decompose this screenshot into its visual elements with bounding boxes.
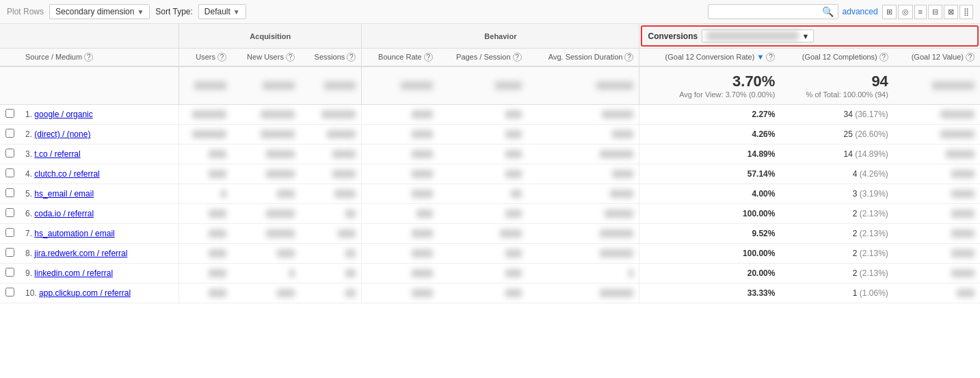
row-completions: 2 (2.13%): [780, 204, 893, 224]
row-source: 7. hs_automation / email: [20, 224, 179, 244]
row-completions: 4 (4.26%): [780, 164, 893, 184]
row-convrate: 33.33%: [639, 284, 780, 303]
view-list-icon[interactable]: ≡: [914, 5, 927, 19]
row-convrate: 2.27%: [639, 105, 780, 125]
source-link[interactable]: coda.io / referral: [34, 209, 94, 218]
row-rank: 2.: [25, 129, 32, 139]
row-rank: 5.: [25, 189, 32, 199]
row-completions: 1 (1.06%): [780, 284, 893, 303]
plot-rows-label: Plot Rows: [7, 7, 44, 16]
row-source: 9. linkedin.com / referral: [20, 264, 179, 284]
source-link[interactable]: google / organic: [34, 110, 92, 119]
row-checkbox[interactable]: [0, 224, 20, 244]
view-grid-icon[interactable]: ⊞: [882, 5, 897, 19]
help-icon[interactable]: ?: [966, 53, 975, 62]
row-completions: 2 (2.13%): [780, 244, 893, 264]
row-pages: ███: [438, 284, 527, 303]
help-icon[interactable]: ?: [424, 53, 433, 62]
row-source: 4. clutch.co / referral: [20, 164, 179, 184]
row-avgsession: ██████: [527, 105, 639, 125]
secondary-dimension-dropdown[interactable]: Secondary dimension ▼: [49, 4, 150, 19]
row-convrate: 100.00%: [639, 244, 780, 264]
help-icon[interactable]: ?: [347, 53, 356, 62]
help-icon[interactable]: ?: [513, 53, 522, 62]
checkbox-header: [0, 49, 20, 67]
conversion-rate-header: (Goal 12 Conversion Rate) ▼ ?: [639, 49, 780, 67]
new-users-header: New Users ?: [232, 49, 300, 67]
source-link[interactable]: app.clickup.com / referral: [39, 288, 131, 298]
source-link[interactable]: (direct) / (none): [34, 129, 90, 139]
row-checkbox[interactable]: [0, 144, 20, 164]
advanced-link[interactable]: advanced: [843, 7, 878, 16]
table-row: 10. app.clickup.com / referral █ ██ █ ██…: [0, 284, 980, 303]
search-icon[interactable]: 🔍: [822, 6, 834, 17]
row-convrate: 14.89%: [639, 144, 780, 164]
row-pages: ███: [438, 264, 527, 284]
row-users: █ ██: [179, 284, 232, 303]
row-goalvalue: ████ ██: [894, 125, 980, 144]
table-row: 9. linkedin.com / referral █ ██ █ ██ ███…: [0, 264, 980, 284]
row-sessions: ██: [300, 244, 362, 264]
row-checkbox[interactable]: [0, 204, 20, 224]
row-newusers: █ ████: [232, 224, 300, 244]
goal-value-header: (Goal 12 Value) ?: [894, 49, 980, 67]
help-icon[interactable]: ?: [879, 53, 888, 62]
goal-selector-label: Goal 12: ████████████: [706, 32, 799, 40]
row-bouncerate: ████: [362, 105, 438, 125]
row-sessions: ██ █: [300, 224, 362, 244]
view-pie-icon[interactable]: ◎: [898, 5, 913, 19]
row-completions: 34 (36.17%): [780, 105, 893, 125]
row-avgsession: ████ ██: [527, 284, 639, 303]
goal-selector-dropdown[interactable]: Goal 12: ████████████ ▼: [702, 29, 814, 42]
behavior-group-header: Behavior: [362, 24, 639, 49]
table-row: 6. coda.io / referral █ ██ █ ████ ██ ███…: [0, 204, 980, 224]
help-icon[interactable]: ?: [217, 53, 226, 62]
sort-type-dropdown[interactable]: Default ▼: [198, 4, 246, 19]
summary-bouncerate-blurred: ██████: [401, 81, 433, 90]
row-sessions: ██ ██: [300, 164, 362, 184]
source-link[interactable]: clutch.co / referral: [34, 169, 99, 179]
view-compare-icon[interactable]: ⊟: [928, 5, 942, 19]
source-link[interactable]: hs_email / email: [34, 189, 94, 199]
row-checkbox[interactable]: [0, 164, 20, 184]
table-row: 2. (direct) / (none) ██ ████ ████ ██ ███…: [0, 125, 980, 144]
table-row: 8. jira.redwerk.com / referral █ ██ █ ██…: [0, 244, 980, 264]
row-checkbox[interactable]: [0, 264, 20, 284]
row-completions: 2 (2.13%): [780, 224, 893, 244]
search-input[interactable]: [713, 7, 822, 16]
source-link[interactable]: linkedin.com / referral: [34, 268, 113, 278]
row-users: █: [179, 184, 232, 204]
row-completions: 2 (2.13%): [780, 264, 893, 284]
source-link[interactable]: hs_automation / email: [34, 229, 114, 238]
help-icon[interactable]: ?: [624, 53, 633, 62]
row-bouncerate: ████: [362, 244, 438, 264]
source-link[interactable]: jira.redwerk.com / referral: [34, 249, 127, 258]
row-convrate: 20.00%: [639, 264, 780, 284]
pages-session-header: Pages / Session ?: [438, 49, 527, 67]
row-rank: 1.: [25, 110, 32, 119]
row-pages: ███: [438, 204, 527, 224]
row-completions: 25 (26.60%): [780, 125, 893, 144]
row-checkbox[interactable]: [0, 105, 20, 125]
acquisition-group-header: Acquisition: [179, 24, 362, 49]
row-users: █ ██: [179, 244, 232, 264]
row-rank: 3.: [25, 149, 32, 159]
row-checkbox[interactable]: [0, 184, 20, 204]
table-row: 7. hs_automation / email █ ██ █ ████ ██ …: [0, 224, 980, 244]
table-row: 1. google / organic ████ ██ ████ ██ ████…: [0, 105, 980, 125]
source-link[interactable]: t.co / referral: [34, 149, 80, 159]
row-checkbox[interactable]: [0, 244, 20, 264]
summary-sessions-blurred: ██████: [324, 81, 356, 90]
row-newusers: █ ████: [232, 164, 300, 184]
row-checkbox[interactable]: [0, 125, 20, 144]
row-convrate: 57.14%: [639, 164, 780, 184]
view-pivot-icon[interactable]: ⊠: [944, 5, 958, 19]
help-icon[interactable]: ?: [766, 53, 775, 62]
row-source: 8. jira.redwerk.com / referral: [20, 244, 179, 264]
help-icon[interactable]: ?: [84, 53, 93, 62]
row-checkbox[interactable]: [0, 284, 20, 303]
view-custom-icon[interactable]: ⣿: [959, 5, 973, 19]
help-icon[interactable]: ?: [286, 53, 295, 62]
data-table: Acquisition Behavior Conversions Goal 12…: [0, 24, 980, 303]
row-newusers: █ ████: [232, 204, 300, 224]
